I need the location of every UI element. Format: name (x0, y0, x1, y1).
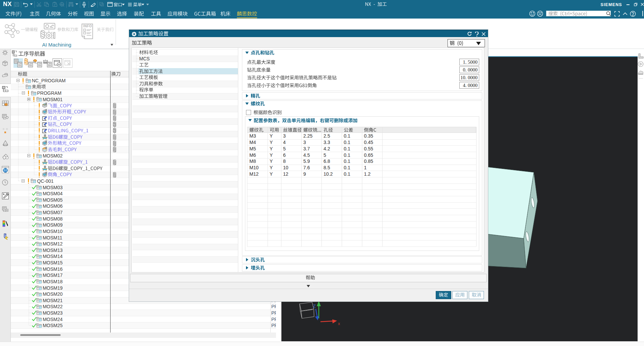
svg-text:x: x (338, 321, 340, 326)
svg-text:Z: Z (313, 304, 316, 309)
